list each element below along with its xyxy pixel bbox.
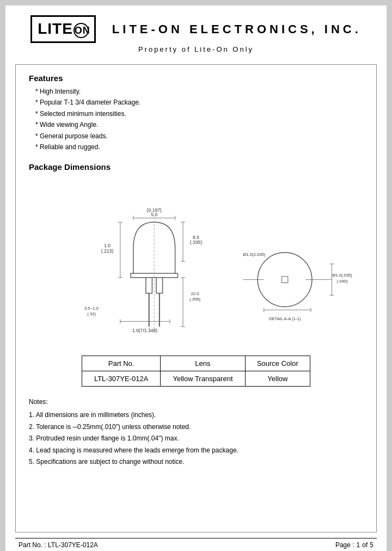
table-header-lens: Lens	[161, 356, 245, 371]
svg-rect-1	[146, 278, 152, 293]
notes-section: Notes: 1. All dimensions are in millimet…	[29, 396, 363, 468]
note-3: 3. Protruded resin under flange is 1.0mm…	[29, 433, 363, 445]
features-list: * High Intensity. * Popular T-1 3/4 diam…	[35, 86, 363, 152]
feature-item-2: * Popular T-1 3/4 diameter Package.	[35, 97, 363, 108]
footer-page-info: Page : 1 of 5	[335, 541, 373, 549]
table-cell-part: LTL-307YE-012A	[82, 371, 161, 387]
note-1: 1. All dimensions are in millimeters (in…	[29, 409, 363, 421]
feature-item-4: * Wide viewing Angle.	[35, 119, 363, 130]
of-label: of	[362, 541, 367, 549]
svg-rect-34	[281, 277, 288, 283]
footer-part-number: Part No. : LTL-307YE-012A	[19, 541, 335, 549]
content-area: Features * High Intensity. * Popular T-1…	[15, 64, 377, 532]
property-line: Property of Lite-On Only	[138, 45, 254, 53]
table-container: Part No. Lens Source Color LTL-307YE-012…	[29, 356, 363, 387]
svg-text:(0.197): (0.197)	[147, 207, 162, 213]
page-number: 1	[357, 541, 360, 549]
svg-text:1.0(7/1.348): 1.0(7/1.348)	[132, 328, 158, 333]
svg-text:8.5: 8.5	[193, 235, 199, 240]
svg-text:22.0: 22.0	[191, 292, 199, 297]
diagram-area: 5.0 (0.197) 1.0 (.213) 8.5 (.335) 1.0(7/…	[29, 177, 363, 346]
svg-text:(.358): (.358)	[189, 297, 200, 302]
notes-title: Notes:	[29, 396, 363, 408]
table-cell-lens: Yellow Transparent	[161, 371, 245, 387]
svg-text:Ø1.0(.035): Ø1.0(.035)	[332, 273, 352, 278]
logo-on-circle: ON	[74, 23, 89, 38]
svg-text:DETAIL A-A (1-1): DETAIL A-A (1-1)	[269, 317, 301, 322]
svg-rect-2	[156, 278, 163, 293]
svg-text:0.5~1.0: 0.5~1.0	[84, 307, 99, 311]
specs-table: Part No. Lens Source Color LTL-307YE-012…	[82, 356, 310, 387]
total-pages: 5	[370, 541, 373, 549]
package-title: Package Dimensions	[29, 162, 363, 172]
svg-text:Ø1.0(2.035): Ø1.0(2.035)	[243, 253, 265, 258]
note-4: 4. Lead spacing is measured where the le…	[29, 445, 363, 457]
svg-text:(.040): (.040)	[337, 279, 348, 284]
feature-item-1: * High Intensity.	[35, 86, 363, 97]
page-label: Page :	[335, 541, 354, 549]
footer: Part No. : LTL-307YE-012A Page : 1 of 5	[15, 538, 377, 551]
feature-item-6: * Reliable and rugged.	[35, 142, 363, 152]
features-title: Features	[29, 74, 363, 83]
note-5: 5. Specifications are subject to change …	[29, 456, 363, 468]
svg-text:(.32): (.32)	[87, 311, 96, 316]
logo-text: LITE	[38, 20, 73, 37]
header-top: LITEON LITE-ON ELECTRONICS, INC.	[22, 15, 370, 43]
page: LITEON LITE-ON ELECTRONICS, INC. Propert…	[5, 5, 387, 551]
svg-text:1.0: 1.0	[104, 243, 111, 248]
table-row: LTL-307YE-012A Yellow Transparent Yellow	[82, 371, 310, 387]
table-header-color: Source Color	[245, 356, 310, 371]
header: LITEON LITE-ON ELECTRONICS, INC. Propert…	[5, 5, 387, 59]
table-header-part: Part No.	[82, 356, 161, 371]
table-cell-color: Yellow	[245, 371, 310, 387]
svg-text:(.213): (.213)	[101, 248, 114, 254]
company-name: LITE-ON ELECTRONICS, INC.	[112, 22, 362, 36]
note-2: 2. Tolerance is ─0.25mm(.010") unless ot…	[29, 421, 363, 433]
svg-text:(.335): (.335)	[190, 240, 203, 246]
feature-item-5: * General purpose leads.	[35, 131, 363, 142]
package-diagram: 5.0 (0.197) 1.0 (.213) 8.5 (.335) 1.0(7/…	[29, 177, 363, 346]
feature-item-3: * Selected minimum intensities.	[35, 108, 363, 119]
logo: LITEON	[30, 15, 96, 43]
